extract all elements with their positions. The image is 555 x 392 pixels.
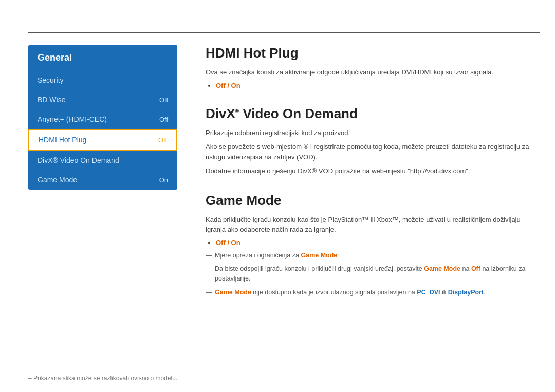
note-bold-orange: Game Mode	[301, 252, 337, 259]
main-content: HDMI Hot Plug Ova se značajka koristi za…	[206, 45, 540, 361]
section-title-game: Game Mode	[206, 193, 540, 209]
sidebar-item-value: Off	[159, 96, 168, 104]
sidebar-item-anynet[interactable]: Anynet+ (HDMI-CEC) Off	[28, 109, 177, 129]
bullet-list-game: Off / On	[216, 239, 540, 247]
section-hdmi-hot-plug: HDMI Hot Plug Ova se značajka koristi za…	[206, 45, 540, 89]
section-desc-divx-1: Prikazuje odobreni registracijski kod za…	[206, 128, 540, 138]
footer-note: Prikazana slika može se razlikovati ovis…	[28, 375, 177, 382]
sidebar-item-label: Game Mode	[38, 176, 77, 184]
note-bold-off: Off	[471, 265, 480, 272]
sidebar-item-bd-wise[interactable]: BD Wise Off	[28, 90, 177, 109]
bullet-highlight-game: Off / On	[216, 239, 240, 247]
sidebar-item-label: Anynet+ (HDMI-CEC)	[38, 115, 107, 123]
top-divider	[28, 32, 540, 33]
section-desc-hdmi: Ova se značajka koristi za aktiviranje o…	[206, 67, 540, 78]
sidebar-item-value: Off	[159, 116, 168, 123]
note-bold-dvi: DVI	[430, 289, 440, 296]
sidebar-item-label: DivX® Video On Demand	[38, 156, 119, 164]
note-block-3: Game Mode nije dostupno kada je izvor ul…	[206, 288, 540, 297]
section-title-divx: DivX® Video On Demand	[206, 106, 540, 122]
sidebar-header: General	[28, 45, 177, 70]
bullet-list-hdmi: Off / On	[216, 82, 540, 89]
bullet-highlight: Off / On	[216, 82, 240, 89]
section-game-mode: Game Mode Kada priključite igraću konzol…	[206, 193, 540, 297]
section-desc-game: Kada priključite igraću konzolu kao što …	[206, 215, 540, 235]
note-bold-pc: PC	[417, 289, 425, 296]
note-block-2: Da biste odspojili igraću konzolu i prik…	[206, 264, 540, 284]
sidebar: General Security BD Wise Off Anynet+ (HD…	[28, 45, 177, 190]
sidebar-item-label: BD Wise	[38, 96, 65, 104]
sidebar-item-divx[interactable]: DivX® Video On Demand	[28, 151, 177, 170]
bullet-item: Off / On	[216, 82, 540, 89]
section-divx: DivX® Video On Demand Prikazuje odobreni…	[206, 106, 540, 176]
note-bold-displayport: DisplayPort	[448, 289, 484, 296]
section-desc-divx-3: Dodatne informacije o rješenju DivX® VOD…	[206, 166, 540, 176]
sidebar-item-label: Security	[38, 76, 64, 84]
sidebar-item-hdmi-hot-plug[interactable]: HDMI Hot Plug Off	[28, 129, 177, 151]
note-bold-orange-3: Game Mode	[215, 289, 251, 296]
note-bold-orange-2: Game Mode	[424, 265, 460, 272]
sidebar-item-game-mode[interactable]: Game Mode On	[28, 170, 177, 190]
bullet-item-game: Off / On	[216, 239, 540, 247]
section-desc-divx-2: Ako se povežete s web-mjestom ® i regist…	[206, 142, 540, 162]
sidebar-item-label: HDMI Hot Plug	[39, 136, 86, 144]
note-block-1: Mjere opreza i ograničenja za Game Mode	[206, 251, 540, 260]
section-title-hdmi: HDMI Hot Plug	[206, 45, 540, 61]
sidebar-item-value: On	[159, 176, 168, 184]
sidebar-item-security[interactable]: Security	[28, 70, 177, 90]
sidebar-item-value: Off	[158, 136, 167, 144]
